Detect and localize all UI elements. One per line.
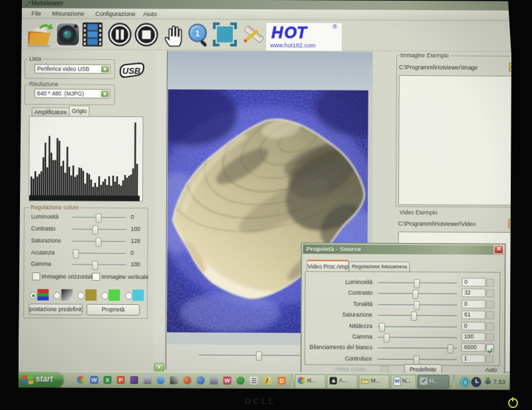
svg-text:1: 1	[196, 28, 200, 38]
svg-text:USB: USB	[122, 66, 141, 76]
